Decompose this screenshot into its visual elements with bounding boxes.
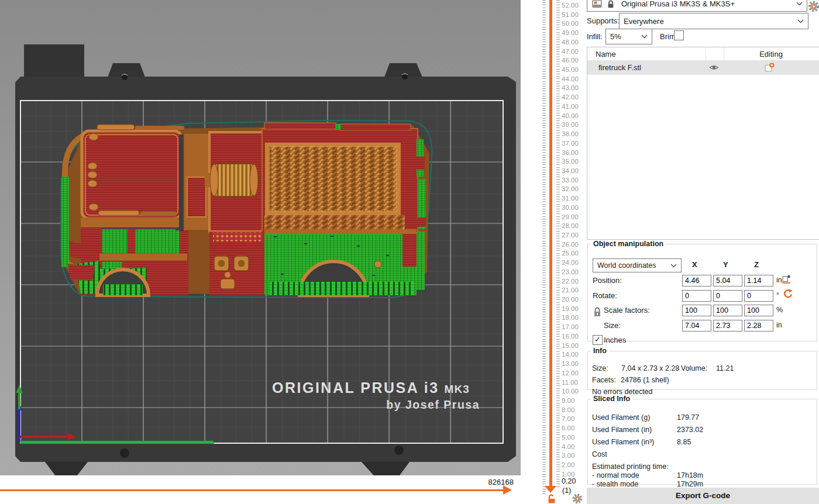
unlock-icon[interactable] [547,494,556,503]
column-header-name[interactable]: Name [596,50,616,58]
layer-label: 38.00 [562,130,579,137]
position-y-input[interactable] [713,275,742,286]
layer-label: 7.00 [562,415,574,422]
supports-select[interactable]: Everywhere [619,13,808,29]
layer-label: 33.00 [562,177,579,184]
export-gcode-button[interactable]: Export G-code [587,488,819,504]
layer-label: 18.00 [562,314,579,321]
layer-label: 29.00 [562,213,579,220]
object-row[interactable]: firetruck F.stl [587,60,819,75]
info-title: Info [591,347,609,355]
scale-factors-x-input[interactable] [682,305,711,316]
sliced-info-label: Used Filament (in³) [592,438,654,446]
layer-label: 21.00 [562,286,579,294]
volume-label: Volume: [681,364,707,372]
sliced-info-label: Used Filament (in) [592,426,652,434]
drop-to-bed-icon[interactable] [782,275,791,284]
sliced-info-rows: Used Filament (g)179.77Used Filament (in… [588,403,817,484]
axis-header-z: Z [754,260,759,269]
layer-label: 17.00 [562,323,579,330]
layer-label: 24.00 [562,259,579,266]
chevron-down-icon [796,2,803,6]
object-manipulation-title: Object manipulation [591,240,666,248]
printer-settings-gear-icon[interactable] [808,1,819,12]
layer-label: 28.00 [562,222,579,229]
facets-label: Facets: [592,376,616,384]
layer-slider-arrow-icon[interactable] [545,486,556,493]
sliced-info-label: - normal mode [592,471,639,479]
eye-icon[interactable] [709,64,719,71]
chevron-down-icon [641,34,648,39]
layer-label: 6.00 [562,424,574,431]
position-label: Position: [593,276,622,285]
layer-label: 22.00 [562,278,579,285]
horizontal-move-slider[interactable] [0,489,504,491]
layer-label: 10.00 [562,388,579,395]
axis-header-x: X [692,260,697,269]
position-x-input[interactable] [682,275,711,286]
scale-factors-z-input[interactable] [744,305,773,316]
layer-label: 25.00 [562,250,579,257]
layer-label: 32.00 [562,185,579,192]
object-list-header: Name Editing [587,47,819,61]
supports-label: Supports: [587,16,620,25]
layer-label: 2.00 [562,461,574,468]
axis-header-y: Y [723,260,728,269]
bed-brand-subtext: by Josef Prusa [386,398,480,411]
brim-checkbox[interactable] [674,30,684,40]
object-list[interactable]: Name Editing firetruck F.stl [587,47,819,240]
sliced-info-title: Sliced Info [591,395,632,403]
move-slider-arrow-icon[interactable] [503,485,512,495]
model-firetruck[interactable] [61,120,432,298]
scale-factors-label: Scale factors: [604,306,650,315]
rotate-x-input[interactable] [682,290,711,302]
lock-icon [607,0,615,9]
rotate-y-input[interactable] [713,290,742,302]
layer-label: 26.00 [562,241,579,248]
reset-rotation-icon[interactable] [783,289,793,299]
volume-value: 11.21 [716,364,734,372]
column-header-editing[interactable]: Editing [725,50,817,58]
layer-slider-track[interactable] [549,0,552,486]
rotate-z-input[interactable] [744,290,773,302]
sliced-info-value: 17h29m [677,480,703,488]
layer-label: 34.00 [562,167,579,174]
layer-label: 37.00 [562,140,579,147]
size-y-input[interactable] [713,320,742,332]
coordinates-select[interactable]: World coordinates [593,258,682,272]
scale-factors-unit: % [776,306,783,314]
scale-factors-y-input[interactable] [713,305,742,316]
layer-label: 27.00 [562,232,579,239]
layer-label: 43.00 [562,84,579,91]
layer-label: 36.00 [562,149,579,156]
layer-label: 45.00 [562,66,579,73]
layer-label: 51.00 [562,11,579,18]
sliced-info-value: 17h18m [677,471,703,479]
editing-icon[interactable] [765,63,775,73]
intro-line [20,441,214,444]
gear-icon[interactable] [572,493,583,504]
layer-label: 14.00 [562,351,579,358]
size-z-input[interactable] [744,320,773,332]
object-manipulation-rows: World coordinates X Y Z ✓ Inches Positio… [588,248,817,341]
layer-slider-ticks-left [542,0,546,494]
size-label: Size: [604,321,621,330]
layer-label: 9.00 [562,397,574,404]
infill-select[interactable]: 5% [605,29,652,44]
supports-select-value: Everywhere [620,17,797,26]
sliced-info-label: Used Filament (g) [592,413,650,422]
layer-label: 50.00 [562,20,579,27]
scale-lock-icon[interactable] [593,306,601,318]
3d-viewport[interactable]: ORIGINAL PRUSA i3MK3 by Josef Prusa [0,0,521,504]
layer-label: 41.00 [562,103,579,110]
layer-label: 8.00 [562,406,574,413]
layer-label: 12.00 [562,370,579,377]
size-x-input[interactable] [682,320,711,332]
infill-select-value: 5% [606,32,641,41]
info-panel: Info Size: 7.04 x 2.73 x 2.28 Volume: 11… [587,347,817,390]
printer-icon [592,0,603,9]
coordinates-select-value: World coordinates [593,261,670,270]
inches-checkbox[interactable]: ✓ [593,335,603,345]
position-z-input[interactable] [744,275,773,286]
printer-select[interactable]: Original Prusa i3 MK3S & MK3S+ [587,0,807,12]
